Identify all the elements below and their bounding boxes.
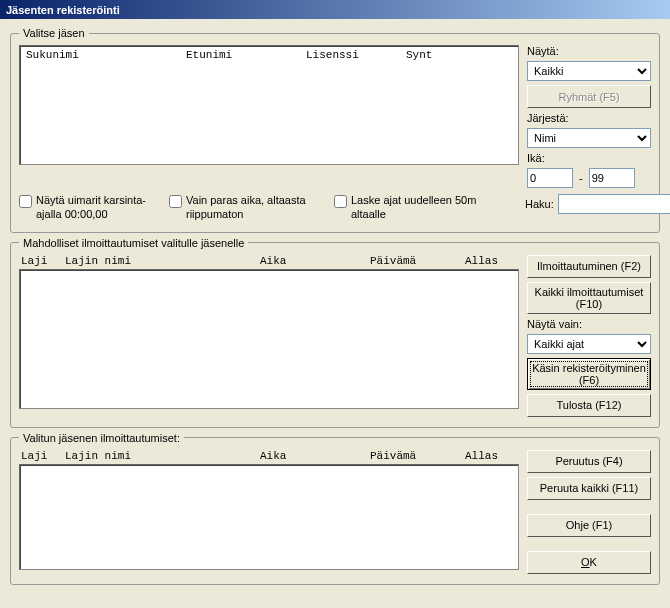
- title-bar: Jäsenten rekisteröinti: [0, 0, 670, 19]
- group-selected-registrations-legend: Valitun jäsenen ilmoittautumiset:: [19, 432, 184, 444]
- possible-list-headers: Laji Lajin nimi Aika Päivämä Allas: [19, 255, 519, 269]
- age-from-input[interactable]: [527, 168, 573, 188]
- possible-list[interactable]: [19, 269, 519, 409]
- help-button[interactable]: Ohje (F1): [527, 514, 651, 537]
- col3-laji: Laji: [21, 450, 65, 462]
- ok-button[interactable]: OK: [527, 551, 651, 574]
- col3-paivama: Päivämä: [370, 450, 465, 462]
- group-selected-registrations: Valitun jäsenen ilmoittautumiset: Laji L…: [10, 432, 660, 585]
- cancel-button[interactable]: Peruutus (F4): [527, 450, 651, 473]
- chk-recalc-50m-label: Laske ajat uudelleen 50m altaalle: [351, 194, 504, 222]
- sort-label: Järjestä:: [527, 112, 651, 124]
- selected-side-column: Peruutus (F4) Peruuta kaikki (F11) Ohje …: [527, 450, 651, 574]
- show-label: Näytä:: [527, 45, 651, 57]
- chk-best-time[interactable]: [169, 195, 182, 208]
- col-sukunimi: Sukunimi: [26, 49, 186, 61]
- register-all-button[interactable]: Kaikki ilmoittautumiset (F10): [527, 282, 651, 314]
- print-button[interactable]: Tulosta (F12): [527, 394, 651, 417]
- search-input[interactable]: [558, 194, 670, 214]
- register-button[interactable]: Ilmoittautuminen (F2): [527, 255, 651, 278]
- col3-aika: Aika: [260, 450, 370, 462]
- col2-aika: Aika: [260, 255, 370, 267]
- age-dash: -: [579, 172, 583, 184]
- selected-list-headers: Laji Lajin nimi Aika Päivämä Allas: [19, 450, 519, 464]
- show-only-select[interactable]: Kaikki ajat: [527, 334, 651, 354]
- col3-allas: Allas: [465, 450, 498, 462]
- cancel-all-button[interactable]: Peruuta kaikki (F11): [527, 477, 651, 500]
- window-title: Jäsenten rekisteröinti: [6, 4, 120, 16]
- col-etunimi: Etunimi: [186, 49, 306, 61]
- col2-paivama: Päivämä: [370, 255, 465, 267]
- group-possible-registrations-legend: Mahdolliset ilmoittautumiset valitulle j…: [19, 237, 248, 249]
- group-possible-registrations: Mahdolliset ilmoittautumiset valitulle j…: [10, 237, 660, 428]
- member-list-headers: Sukunimi Etunimi Lisenssi Synt: [20, 46, 518, 61]
- sort-select[interactable]: Nimi: [527, 128, 651, 148]
- col2-lajinnimi: Lajin nimi: [65, 255, 260, 267]
- chk-show-swimmers[interactable]: [19, 195, 32, 208]
- col-lisenssi: Lisenssi: [306, 49, 406, 61]
- group-select-member: Valitse jäsen Sukunimi Etunimi Lisenssi …: [10, 27, 660, 233]
- groups-button: Ryhmät (F5): [527, 85, 651, 108]
- possible-side-column: Ilmoittautuminen (F2) Kaikki ilmoittautu…: [527, 255, 651, 417]
- chk-best-time-label: Vain paras aika, altaasta riippumaton: [186, 194, 324, 222]
- member-list[interactable]: Sukunimi Etunimi Lisenssi Synt: [19, 45, 519, 165]
- chk-show-swimmers-label: Näytä uimarit karsinta-ajalla 00:00,00: [36, 194, 159, 222]
- manual-register-button[interactable]: Käsin rekisteröityminen (F6): [527, 358, 651, 390]
- age-to-input[interactable]: [589, 168, 635, 188]
- member-checks-row: Näytä uimarit karsinta-ajalla 00:00,00 V…: [19, 194, 651, 222]
- col2-laji: Laji: [21, 255, 65, 267]
- col-synt: Synt: [406, 49, 432, 61]
- age-label: Ikä:: [527, 152, 651, 164]
- col3-lajinnimi: Lajin nimi: [65, 450, 260, 462]
- member-side-column: Näytä: Kaikki Ryhmät (F5) Järjestä: Nimi…: [527, 45, 651, 188]
- search-label: Haku:: [525, 198, 554, 210]
- show-only-label: Näytä vain:: [527, 318, 651, 330]
- window-content: Valitse jäsen Sukunimi Etunimi Lisenssi …: [0, 19, 670, 597]
- selected-list[interactable]: [19, 464, 519, 570]
- show-select[interactable]: Kaikki: [527, 61, 651, 81]
- chk-recalc-50m[interactable]: [334, 195, 347, 208]
- group-select-member-legend: Valitse jäsen: [19, 27, 89, 39]
- col2-allas: Allas: [465, 255, 498, 267]
